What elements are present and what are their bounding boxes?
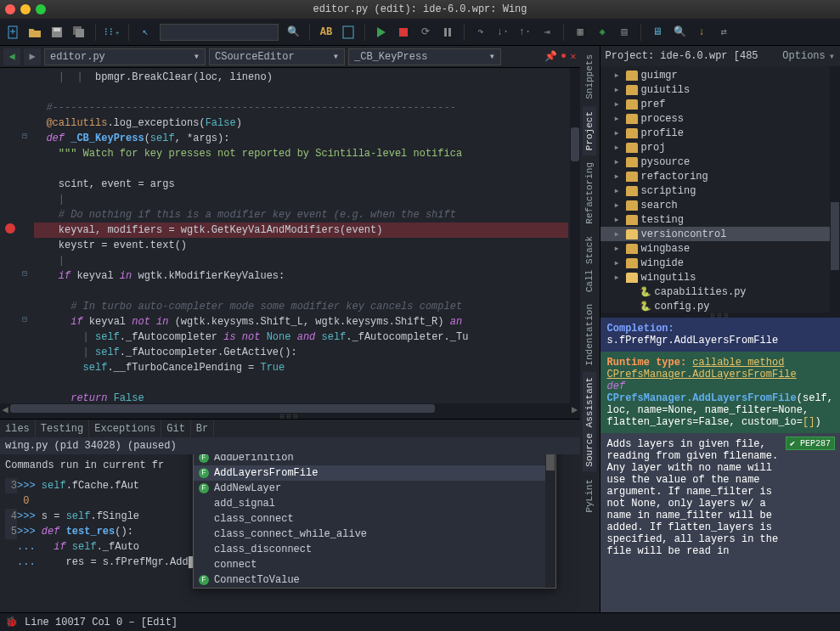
open-folder-icon[interactable] (27, 25, 42, 40)
autocomplete-item[interactable]: FAddLayersFromFile (194, 465, 555, 481)
tree-arrow-icon[interactable]: ▸ (614, 170, 623, 183)
code-content[interactable]: | | bpmgr.BreakClear(loc, lineno) #-----… (34, 70, 568, 403)
tree-item[interactable]: ▸search (600, 198, 840, 212)
tree-item[interactable]: ▸versioncontrol (600, 227, 840, 241)
autocomplete-item[interactable]: FAddDefinition (194, 454, 555, 465)
tree-item[interactable]: ▸guimgr (600, 68, 840, 82)
bottom-tab-testing[interactable]: Testing (36, 420, 89, 438)
tree-arrow-icon[interactable]: ▸ (614, 155, 623, 168)
pin-icon[interactable]: 📌 (544, 50, 557, 63)
project-tree[interactable]: ▸guimgr▸guiutils▸pref▸process▸profile▸pr… (600, 66, 840, 313)
swap-icon[interactable]: ⇄ (716, 25, 731, 40)
layout-icon[interactable]: ▤ (617, 25, 632, 40)
vtab-pylint[interactable]: PyLint (583, 474, 596, 518)
bottom-tab-iles[interactable]: iles (0, 420, 36, 438)
file-crumb[interactable]: editor.py ▾ (44, 48, 206, 65)
tree-arrow-icon[interactable]: ▸ (614, 256, 623, 269)
search-input[interactable] (160, 24, 279, 41)
zoom-window-icon[interactable] (36, 4, 46, 14)
tree-item[interactable]: ▸process (600, 111, 840, 126)
tree-arrow-icon[interactable]: ▸ (614, 184, 623, 197)
bottom-tab-git[interactable]: Git (161, 420, 191, 438)
class-crumb[interactable]: CSourceEditor ▾ (209, 48, 345, 65)
run-icon[interactable] (374, 25, 389, 40)
vtab-project[interactable]: Project (583, 106, 596, 155)
vtab-call-stack[interactable]: Call Stack (583, 231, 596, 297)
zoom-icon[interactable]: 🔍 (672, 25, 687, 40)
fold-gutter[interactable]: ⊟⊟⊟ (20, 68, 32, 403)
autocomplete-popup[interactable]: FAddCustomIOFAddDefinitionFAddLayersFrom… (193, 454, 556, 589)
close-window-icon[interactable] (5, 4, 15, 14)
method-crumb[interactable]: _CB_KeyPress ▾ (348, 48, 501, 65)
tree-item[interactable]: ▸refactoring (600, 169, 840, 183)
tree-item[interactable]: ▸guiutils (600, 82, 840, 97)
bottom-tab-exceptions[interactable]: Exceptions (89, 420, 161, 438)
tree-item[interactable]: ▸testing (600, 212, 840, 227)
tree-arrow-icon[interactable]: ▸ (614, 83, 623, 96)
step-over-icon[interactable]: ↷ (473, 25, 488, 40)
nav-forward-button[interactable]: ▶ (24, 48, 41, 65)
autocomplete-item[interactable]: class_disconnect (194, 542, 555, 557)
chevron-down-icon[interactable]: ▾ (829, 50, 835, 63)
tree-arrow-icon[interactable]: ▸ (614, 271, 623, 284)
save-icon[interactable] (49, 25, 65, 40)
tree-arrow-icon[interactable]: ▸ (614, 127, 623, 139)
code-editor[interactable]: ⊟⊟⊟ | | bpmgr.BreakClear(loc, lineno) #-… (0, 68, 580, 403)
minimize-window-icon[interactable] (20, 4, 31, 14)
tree-item[interactable]: ▸proj (600, 140, 840, 155)
search-icon[interactable]: 🔍 (285, 25, 301, 40)
pointer-icon[interactable]: ↖ (138, 25, 153, 40)
continue-icon[interactable]: ⇥ (539, 25, 555, 40)
autocomplete-item[interactable]: add_signal (194, 496, 555, 511)
vtab-refactoring[interactable]: Refactoring (583, 157, 596, 229)
project-options-link[interactable]: Options (782, 50, 825, 62)
bullet-icon[interactable]: ● (561, 50, 567, 63)
autocomplete-item[interactable]: connect (194, 557, 555, 572)
step-in-icon[interactable]: ↓· (495, 25, 510, 40)
tree-arrow-icon[interactable]: ▸ (614, 242, 623, 255)
pause-icon[interactable] (440, 25, 455, 40)
sync-down-icon[interactable]: ↓ (694, 25, 709, 40)
indent-icon[interactable]: ⫶⫶₊ (104, 25, 120, 40)
autocomplete-item[interactable]: FAddNewLayer (194, 481, 555, 496)
tree-item[interactable]: 🐍config.py (600, 299, 840, 313)
autocomplete-item[interactable]: class_connect (194, 511, 555, 527)
stop-icon[interactable] (396, 25, 411, 40)
editor-scrollbar-vertical[interactable] (570, 68, 580, 403)
tree-arrow-icon[interactable]: ▸ (614, 228, 623, 240)
highlight-icon[interactable]: AB (319, 25, 334, 40)
step-out-icon[interactable]: ↑· (517, 25, 533, 40)
vtab-indentation[interactable]: Indentation (583, 299, 596, 371)
editor-scrollbar-horizontal[interactable]: ◀ ▶ (0, 403, 580, 414)
breakpoint-icon[interactable] (5, 223, 15, 234)
restart-icon[interactable]: ⟳ (418, 25, 433, 40)
stack-nav-icon[interactable]: ◈ (595, 25, 610, 40)
close-tab-icon[interactable]: ✕ (570, 50, 576, 63)
page-icon[interactable] (341, 25, 356, 40)
tree-item[interactable]: ▸pref (600, 97, 840, 111)
new-file-icon[interactable] (5, 25, 20, 40)
tree-item[interactable]: ▸profile (600, 126, 840, 140)
debug-console[interactable]: Commands run in current fr3>>> self.fCac… (0, 454, 580, 612)
tree-item[interactable]: ▸pysource (600, 155, 840, 169)
monitor-icon[interactable]: 🖥 (650, 25, 665, 40)
autocomplete-item[interactable]: FConnectToValue (194, 572, 555, 588)
nav-back-button[interactable]: ◀ (3, 48, 20, 65)
bottom-tab-br[interactable]: Br (191, 420, 214, 438)
tree-arrow-icon[interactable]: ▸ (614, 141, 623, 154)
tree-arrow-icon[interactable]: ▸ (614, 69, 623, 82)
tree-item[interactable]: ▸wingbase (600, 241, 840, 256)
vtab-snippets[interactable]: Snippets (583, 49, 596, 104)
frames-icon[interactable]: ▦ (572, 25, 588, 40)
bug-icon[interactable]: 🐞 (5, 616, 18, 628)
tree-arrow-icon[interactable]: ▸ (614, 98, 623, 110)
tree-arrow-icon[interactable]: ▸ (614, 112, 623, 125)
tree-item[interactable]: 🐍capabilities.py (600, 285, 840, 299)
autocomplete-scrollbar[interactable] (545, 454, 555, 588)
class-method-link[interactable]: CPrefsManager.AddLayersFromFile (607, 369, 797, 380)
tree-arrow-icon[interactable]: ▸ (614, 199, 623, 211)
tree-item[interactable]: ▸wingide (600, 256, 840, 270)
tree-scrollbar[interactable] (830, 66, 840, 313)
save-all-icon[interactable] (71, 25, 87, 40)
tree-item[interactable]: ▸wingutils (600, 270, 840, 285)
